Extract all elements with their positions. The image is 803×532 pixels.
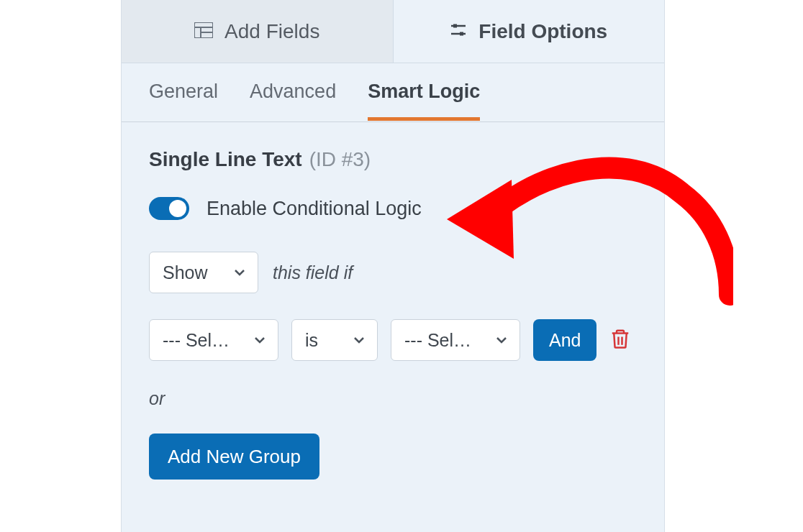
add-new-group-button[interactable]: Add New Group: [149, 434, 319, 480]
svg-rect-7: [460, 32, 463, 35]
tab-field-options[interactable]: Field Options: [394, 0, 665, 63]
or-separator: or: [149, 388, 637, 409]
condition-operator-select[interactable]: is: [291, 319, 378, 361]
condition-row: --- Sel… is --- Sel… And: [149, 319, 637, 361]
field-id: (ID #3): [309, 148, 371, 171]
field-heading: Single Line Text (ID #3): [149, 148, 637, 171]
condition-value-select[interactable]: --- Sel…: [391, 319, 520, 361]
field-type-name: Single Line Text: [149, 148, 302, 171]
form-fields-icon: [194, 20, 213, 43]
svg-rect-0: [194, 22, 213, 38]
action-descriptor: this field if: [273, 262, 353, 283]
subtab-smart-logic[interactable]: Smart Logic: [368, 81, 480, 120]
enable-conditional-toggle[interactable]: [149, 197, 189, 220]
condition-field-value: --- Sel…: [163, 330, 230, 351]
delete-condition-button[interactable]: [609, 328, 631, 352]
svg-rect-5: [453, 24, 457, 27]
subtab-advanced[interactable]: Advanced: [250, 81, 336, 120]
chevron-down-icon: [233, 266, 246, 279]
chevron-down-icon: [495, 334, 508, 347]
trash-icon: [609, 328, 631, 349]
condition-field-select[interactable]: --- Sel…: [149, 319, 278, 361]
tab-add-fields[interactable]: Add Fields: [122, 0, 394, 63]
action-select-value: Show: [163, 262, 208, 283]
top-tab-bar: Add Fields Field Options: [122, 0, 664, 63]
field-options-panel: Add Fields Field Options General Advance…: [121, 0, 665, 532]
chevron-down-icon: [353, 334, 366, 347]
condition-operator-value: is: [305, 330, 318, 351]
action-select[interactable]: Show: [149, 252, 258, 293]
enable-conditional-row: Enable Conditional Logic: [149, 197, 637, 220]
tab-add-fields-label: Add Fields: [224, 20, 319, 43]
subtab-general[interactable]: General: [149, 81, 218, 120]
sliders-icon: [450, 20, 467, 43]
chevron-down-icon: [253, 334, 266, 347]
enable-conditional-label: Enable Conditional Logic: [207, 198, 422, 220]
sub-tab-bar: General Advanced Smart Logic: [122, 63, 664, 122]
tab-field-options-label: Field Options: [478, 20, 607, 43]
and-button[interactable]: And: [533, 319, 596, 361]
smart-logic-content: Single Line Text (ID #3) Enable Conditio…: [122, 122, 664, 494]
condition-value-value: --- Sel…: [404, 330, 471, 351]
